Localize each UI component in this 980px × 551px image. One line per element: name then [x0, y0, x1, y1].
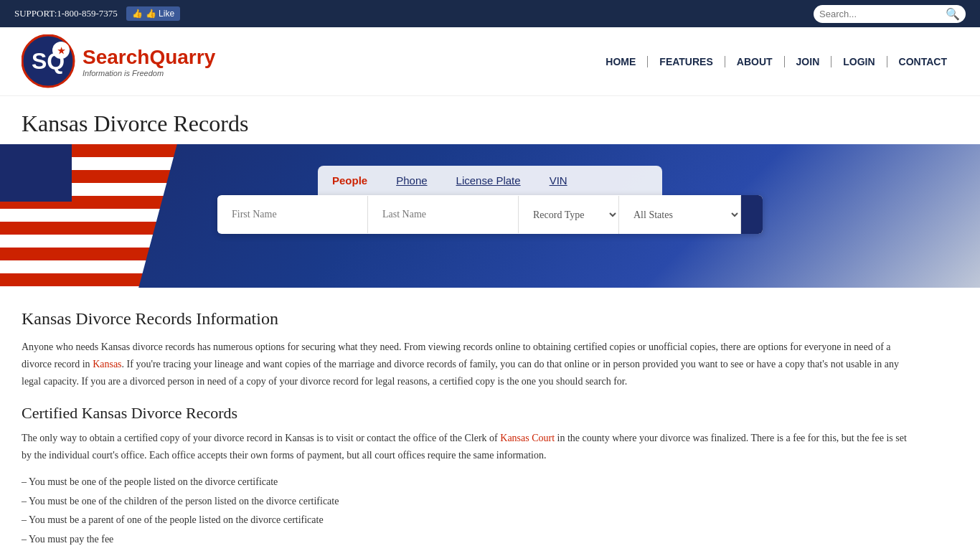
list-item: You must be one of the people listed on … — [22, 473, 911, 492]
main-nav: HOME FEATURES ABOUT JOIN LOGIN CONTACT — [594, 56, 958, 67]
search-icon[interactable]: 🔍 — [946, 7, 960, 21]
search-bar: Record Type Divorce Records Marriage Rec… — [217, 195, 763, 234]
nav-about[interactable]: ABOUT — [725, 56, 785, 67]
list-item: You must be one of the children of the p… — [22, 492, 911, 512]
logo-text: SearchQuarry Information is Freedom — [83, 46, 215, 77]
logo-name: SearchQuarry — [83, 46, 215, 69]
logo-icon: SQ ★ — [22, 34, 75, 88]
list-item: You must be a parent of one of the peopl… — [22, 511, 911, 530]
search-tabs: People Phone License Plate VIN — [318, 166, 662, 195]
logo-name-part2: Quarry — [149, 46, 215, 68]
section1-para1: Anyone who needs Kansas divorce records … — [22, 339, 911, 390]
search-button[interactable]: SEARCH — [741, 195, 763, 234]
kansas-court-link[interactable]: Kansas Court — [500, 433, 555, 443]
header: SQ ★ SearchQuarry Information is Freedom… — [0, 27, 980, 96]
fb-like-label: 👍 Like — [146, 9, 174, 19]
nav-contact[interactable]: CONTACT — [887, 56, 958, 67]
state-select[interactable]: All States Kansas Alabama Alaska Arizona — [619, 196, 741, 234]
top-search-box: 🔍 — [814, 5, 966, 23]
page-title-area: Kansas Divorce Records — [0, 96, 980, 144]
hero-flag — [0, 144, 251, 288]
kansas-link[interactable]: Kansas — [93, 359, 121, 369]
tab-people[interactable]: People — [318, 166, 382, 195]
page-title: Kansas Divorce Records — [22, 110, 958, 137]
section1-title: Kansas Divorce Records Information — [22, 309, 911, 329]
logo-tagline: Information is Freedom — [83, 69, 215, 77]
nav-home[interactable]: HOME — [594, 56, 648, 67]
support-text: SUPPORT:1-800-859-7375 — [14, 8, 118, 19]
record-type-select[interactable]: Record Type Divorce Records Marriage Rec… — [519, 196, 619, 234]
svg-text:★: ★ — [57, 46, 65, 56]
flag-canton — [0, 144, 72, 202]
fb-like-button[interactable]: 👍 👍 Like — [126, 6, 180, 21]
tab-phone[interactable]: Phone — [382, 166, 441, 195]
hero-banner: People Phone License Plate VIN Record Ty… — [0, 144, 980, 288]
nav-features[interactable]: FEATURES — [648, 56, 725, 67]
section2-title: Certified Kansas Divorce Records — [22, 404, 911, 423]
tab-license-plate[interactable]: License Plate — [442, 166, 535, 195]
content-area: Kansas Divorce Records Information Anyon… — [0, 288, 933, 551]
last-name-input[interactable] — [368, 196, 519, 233]
logo: SQ ★ SearchQuarry Information is Freedom — [22, 34, 215, 88]
logo-name-part1: Search — [83, 46, 149, 68]
nav-login[interactable]: LOGIN — [831, 56, 887, 67]
requirements-list: You must be one of the people listed on … — [22, 473, 911, 551]
list-item: You must pay the fee — [22, 530, 911, 550]
fb-thumb-icon: 👍 — [132, 9, 143, 19]
tab-vin[interactable]: VIN — [535, 166, 582, 195]
top-bar: SUPPORT:1-800-859-7375 👍 👍 Like 🔍 — [0, 0, 980, 27]
top-search-input[interactable] — [819, 9, 941, 19]
nav-join[interactable]: JOIN — [785, 56, 832, 67]
first-name-input[interactable] — [217, 196, 368, 233]
top-bar-left: SUPPORT:1-800-859-7375 👍 👍 Like — [14, 6, 180, 21]
search-container: People Phone License Plate VIN Record Ty… — [217, 166, 763, 234]
section2-para1: The only way to obtain a certified copy … — [22, 430, 911, 464]
